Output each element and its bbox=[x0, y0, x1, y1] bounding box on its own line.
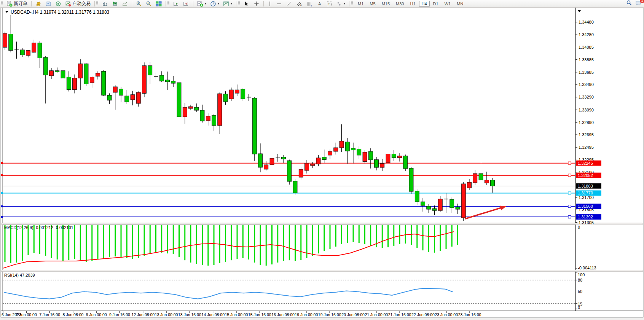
time-label: 7 Jun 16:00 bbox=[39, 312, 60, 317]
candle-bear bbox=[9, 34, 13, 51]
cursor-tool-button[interactable] bbox=[242, 0, 252, 8]
candle-bear bbox=[375, 160, 379, 168]
candle-bull bbox=[311, 164, 315, 166]
templates-caret-icon[interactable]: ▾ bbox=[231, 2, 232, 5]
candle-bull bbox=[113, 87, 117, 92]
line-left-anchor[interactable] bbox=[1, 205, 3, 207]
candle-bear bbox=[212, 115, 216, 126]
fibonacci-tool-button[interactable]: F bbox=[304, 0, 315, 8]
timeframe-m30-button[interactable]: M30 bbox=[393, 1, 406, 7]
arrows-caret-icon[interactable]: ▾ bbox=[344, 2, 345, 5]
horizontal-line-icon bbox=[276, 1, 282, 7]
candle-bull bbox=[142, 65, 147, 93]
time-label: 9 Jun 00:00 bbox=[86, 312, 107, 317]
chart-canvas[interactable]: 1.344801.342801.340851.338851.336851.334… bbox=[0, 0, 644, 320]
periods-button[interactable]: ▾ bbox=[208, 0, 221, 8]
candle-bear bbox=[241, 89, 245, 99]
auto-trading-button[interactable]: 自动交易 bbox=[63, 0, 92, 8]
zoom-in-button[interactable] bbox=[134, 0, 144, 8]
auto-trading-icon bbox=[65, 1, 71, 7]
price-tick-label: 1.33685 bbox=[579, 70, 594, 75]
candle-bull bbox=[206, 116, 210, 121]
candle-bear bbox=[223, 94, 228, 102]
candle-bear bbox=[450, 199, 454, 208]
channel-tool-button[interactable]: E bbox=[294, 0, 304, 8]
time-label: 22 Jun 08:00 bbox=[411, 312, 435, 317]
rsi-axis-label: 80 bbox=[578, 278, 582, 282]
line-left-anchor[interactable] bbox=[1, 216, 3, 218]
timeframe-d1-button[interactable]: D1 bbox=[430, 1, 441, 7]
timeframe-h4-button[interactable]: H4 bbox=[419, 1, 430, 7]
candle-bull bbox=[26, 51, 30, 56]
rsi-panel-splitter[interactable] bbox=[1, 270, 643, 272]
candle-bear bbox=[287, 161, 292, 181]
timeframe-w1-button[interactable]: W1 bbox=[442, 1, 454, 7]
horizontal-line-tool-button[interactable] bbox=[274, 0, 284, 8]
price-tick-label: 1.33490 bbox=[579, 82, 594, 87]
time-label: 15 Jun 00:00 bbox=[225, 312, 248, 317]
candle-bear bbox=[200, 110, 204, 121]
price-tick-label: 1.32495 bbox=[579, 145, 594, 150]
indicators-caret-icon[interactable]: ▾ bbox=[205, 2, 206, 5]
line-left-anchor[interactable] bbox=[1, 192, 3, 194]
line-left-anchor[interactable] bbox=[1, 174, 3, 176]
price-tick-label: 1.33290 bbox=[579, 95, 594, 99]
timeframe-m1-button[interactable]: M1 bbox=[355, 1, 366, 7]
vertical-line-tool-button[interactable] bbox=[266, 0, 274, 8]
timeframe-mn-button[interactable]: MN bbox=[454, 1, 466, 7]
text-tool-button[interactable]: A bbox=[315, 0, 324, 8]
notifications-button[interactable]: 1 bbox=[635, 0, 642, 7]
trendline-tool-button[interactable] bbox=[284, 0, 294, 8]
templates-button[interactable]: ▾ bbox=[221, 0, 234, 8]
tile-windows-button[interactable] bbox=[154, 0, 164, 8]
price-label-text: 1.31560 bbox=[578, 204, 593, 209]
candle-bull bbox=[136, 92, 140, 103]
text-label-icon: T bbox=[326, 1, 332, 7]
indicators-button[interactable]: ▾ bbox=[195, 0, 208, 8]
zoom-out-button[interactable] bbox=[144, 0, 154, 8]
signal-button[interactable] bbox=[53, 0, 63, 8]
candle-bull bbox=[316, 158, 320, 164]
line-right-anchor[interactable] bbox=[568, 174, 571, 177]
time-label: 20 Jun 08:00 bbox=[341, 312, 365, 317]
candle-bull bbox=[229, 90, 233, 99]
candle-chart-button[interactable] bbox=[110, 0, 120, 8]
line-chart-button[interactable] bbox=[120, 0, 130, 8]
candle-bear bbox=[252, 98, 257, 154]
candle-bear bbox=[345, 142, 349, 151]
time-label: 23 Jun 00:00 bbox=[435, 312, 458, 317]
line-right-anchor[interactable] bbox=[568, 205, 571, 208]
candle-bear bbox=[258, 154, 263, 167]
timeframe-m15-button[interactable]: M15 bbox=[379, 1, 392, 7]
bar-chart-button[interactable] bbox=[100, 0, 110, 8]
text-label-tool-button[interactable]: T bbox=[324, 0, 334, 8]
periods-caret-icon[interactable]: ▾ bbox=[218, 2, 219, 5]
price-tick-label: 1.32695 bbox=[579, 132, 594, 137]
price-tick-label: 1.34480 bbox=[579, 20, 594, 24]
candle-bull bbox=[32, 43, 36, 53]
candle-bear bbox=[38, 43, 42, 58]
new-order-button[interactable]: 新订单 bbox=[5, 0, 29, 8]
arrows-tool-button[interactable]: ▾ bbox=[334, 0, 347, 8]
candle-bull bbox=[299, 169, 303, 177]
history-center-button[interactable] bbox=[33, 0, 43, 8]
line-right-anchor[interactable] bbox=[568, 192, 571, 194]
equidistant-channel-icon: E bbox=[296, 1, 303, 7]
line-right-anchor[interactable] bbox=[568, 216, 571, 218]
price-tick-label: 1.34085 bbox=[579, 45, 594, 49]
candle-bear bbox=[432, 209, 437, 210]
toolbar-drag-handle[interactable] bbox=[1, 1, 3, 6]
line-right-anchor[interactable] bbox=[568, 162, 571, 164]
chart-shift-button[interactable] bbox=[181, 0, 191, 8]
auto-scroll-button[interactable] bbox=[171, 0, 181, 8]
timeframe-h1-button[interactable]: H1 bbox=[407, 1, 418, 7]
macd-panel-splitter[interactable] bbox=[1, 223, 643, 224]
timeframe-m5-button[interactable]: M5 bbox=[367, 1, 378, 7]
crosshair-tool-button[interactable] bbox=[252, 0, 261, 8]
candle-bear bbox=[282, 157, 286, 159]
market-watch-button[interactable] bbox=[43, 0, 53, 8]
line-left-anchor[interactable] bbox=[1, 162, 3, 164]
candle-bear bbox=[43, 57, 48, 75]
indicators-icon bbox=[197, 1, 203, 7]
search-icon[interactable] bbox=[626, 0, 632, 7]
